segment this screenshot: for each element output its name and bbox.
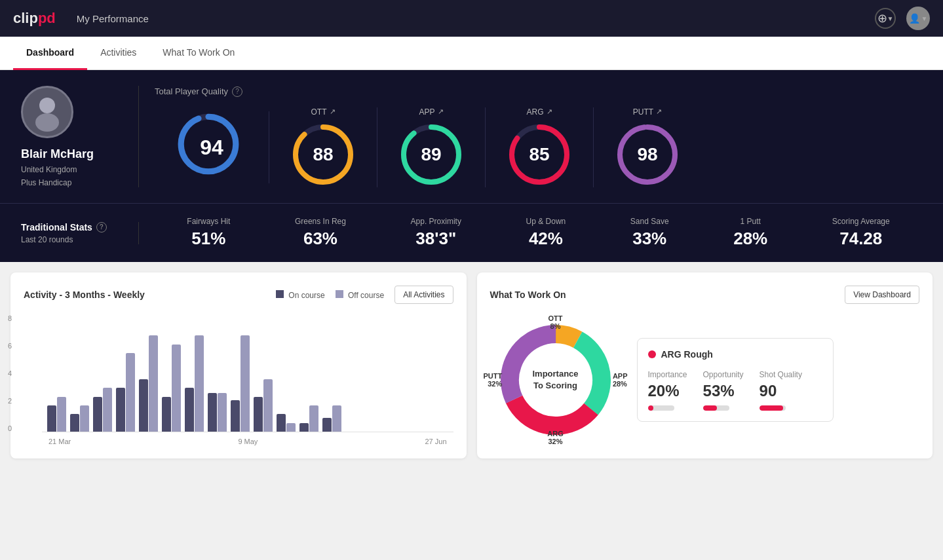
gauge-arrow-icon: ↗ [656, 107, 662, 116]
player-handicap: Plus Handicap [21, 178, 71, 187]
trad-stat-up-&-down: Up & Down 42% [526, 217, 566, 249]
player-name: Blair McHarg [21, 147, 94, 161]
quality-help-icon[interactable]: ? [232, 86, 242, 97]
bar-group-11 [299, 405, 318, 432]
bar-group-0 [47, 397, 66, 432]
quality-title: Total Player Quality ? [155, 86, 922, 97]
player-avatar-icon [28, 92, 67, 132]
oncourse-label: On course [288, 291, 324, 300]
player-avatar [21, 86, 73, 138]
chart-bars [42, 314, 453, 432]
trad-stat-label: Scoring Average [832, 217, 890, 226]
bar-offcourse-9 [263, 379, 273, 432]
trad-stat-label: Fairways Hit [187, 217, 230, 226]
tab-what-to-work-on[interactable]: What To Work On [149, 37, 248, 70]
trad-stat-label: 1 Putt [741, 217, 761, 226]
gauge-value-arg: 85 [529, 144, 549, 165]
logo-clip: clip [13, 10, 38, 26]
arg-stat-bar-fill [648, 405, 653, 411]
bar-oncourse-4 [139, 379, 148, 432]
arg-card-title: ARG Rough [648, 349, 822, 360]
bottom-section: Activity - 3 Months - Weekly On course O… [0, 262, 943, 469]
chart-header: Activity - 3 Months - Weekly On course O… [24, 286, 453, 304]
bar-group-8 [231, 335, 250, 432]
bar-offcourse-12 [332, 405, 341, 432]
bar-group-9 [254, 379, 273, 432]
bar-group-10 [277, 414, 296, 432]
bar-group-5 [162, 345, 181, 432]
trad-stat-value: 42% [529, 229, 563, 249]
arg-stat-bar [648, 405, 674, 411]
trad-stat-value: 38'3" [415, 229, 456, 249]
bar-offcourse-4 [149, 335, 158, 432]
header-right: ⊕ ▼ 👤 ▼ [875, 7, 930, 30]
offcourse-dot [336, 290, 343, 298]
ott-label: OTT8% [548, 314, 563, 330]
header: clippd My Performance ⊕ ▼ 👤 ▼ [0, 0, 943, 37]
offcourse-legend: Off course [336, 290, 384, 300]
bar-oncourse-6 [185, 388, 194, 432]
gauge-value-app: 89 [421, 144, 441, 165]
donut-center-line1: Importance [532, 369, 578, 379]
arg-stats-row: Importance 20% Opportunity 53% Shot Qual… [648, 370, 822, 411]
avatar[interactable]: 👤 ▼ [906, 7, 930, 30]
tab-activities[interactable]: Activities [87, 37, 149, 70]
trad-stat-value: 28% [733, 229, 767, 249]
arg-stat-label: Importance [648, 370, 687, 379]
gauges-row: 94 OTT ↗ 88 APP ↗ [155, 107, 922, 187]
trad-stat-1-putt: 1 Putt 28% [733, 217, 767, 249]
bar-oncourse-7 [208, 393, 217, 432]
arg-card-title-text: ARG Rough [661, 349, 713, 360]
gauge-label-arg: ARG ↗ [526, 107, 552, 117]
what-to-work-card: What To Work On View Dashboard OTT8% APP… [477, 272, 933, 458]
traditional-stats: Traditional Stats ? Last 20 rounds Fairw… [0, 203, 943, 262]
y-label-4: 4 [8, 369, 12, 377]
view-dashboard-button[interactable]: View Dashboard [845, 286, 919, 304]
tab-dashboard[interactable]: Dashboard [13, 37, 87, 70]
page-title: My Performance [77, 13, 149, 24]
bar-oncourse-10 [277, 414, 286, 432]
x-label-may: 9 May [238, 438, 258, 445]
bar-group-2 [93, 388, 112, 432]
arg-stat-value: 20% [648, 382, 687, 400]
bar-group-12 [322, 405, 341, 432]
bar-oncourse-1 [70, 414, 79, 432]
bar-oncourse-5 [162, 397, 171, 432]
bar-oncourse-0 [47, 405, 56, 432]
work-content: OTT8% APP28% ARG32% PUTT32% Importance T… [490, 314, 920, 445]
trad-stat-greens-in-reg: Greens In Reg 63% [295, 217, 346, 249]
gauge-ott: OTT ↗ 88 [269, 107, 377, 187]
player-info: Blair McHarg United Kingdom Plus Handica… [21, 86, 139, 187]
gauge-circle-tpq: 94 [176, 111, 248, 183]
bar-offcourse-5 [172, 345, 181, 432]
plus-icon: ⊕ [877, 11, 887, 26]
trad-stat-value: 33% [632, 229, 666, 249]
x-label-mar: 21 Mar [48, 438, 71, 445]
bar-offcourse-0 [57, 397, 66, 432]
chart-title: Activity - 3 Months - Weekly [24, 289, 145, 300]
trad-help-icon[interactable]: ? [96, 222, 107, 233]
gauge-label-app: APP ↗ [419, 107, 443, 117]
bar-oncourse-11 [299, 423, 309, 432]
svg-point-1 [35, 113, 59, 132]
arg-stat-value: 90 [760, 382, 802, 400]
dropdown-icon: ▼ [887, 15, 894, 22]
arg-stat-bar [703, 405, 729, 411]
gauge-app: APP ↗ 89 [377, 107, 486, 187]
nav-tabs: Dashboard Activities What To Work On [0, 37, 943, 70]
y-label-2: 2 [8, 397, 12, 405]
trad-stat-label: Greens In Reg [295, 217, 346, 226]
bar-offcourse-1 [80, 405, 89, 432]
gauge-circle-ott: 88 [290, 122, 356, 187]
logo-text: clippd [13, 10, 56, 27]
gauge-label-putt: PUTT ↗ [633, 107, 662, 117]
add-button[interactable]: ⊕ ▼ [875, 8, 896, 29]
gauge-circle-arg: 85 [507, 122, 572, 187]
bar-group-6 [185, 335, 204, 432]
all-activities-button[interactable]: All Activities [395, 286, 453, 304]
x-label-jun: 27 Jun [425, 438, 446, 445]
bar-oncourse-3 [116, 388, 125, 432]
work-title: What To Work On [490, 289, 566, 300]
arg-card: ARG Rough Importance 20% Opportunity 53%… [637, 338, 834, 422]
quality-title-text: Total Player Quality [155, 86, 228, 96]
